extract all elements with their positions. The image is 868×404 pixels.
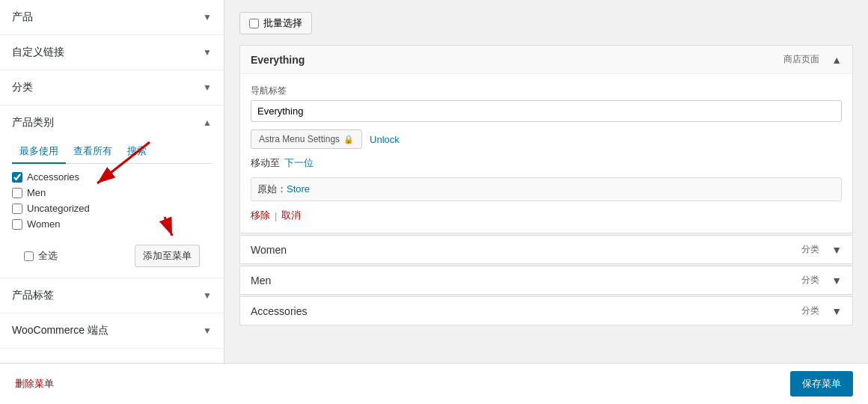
sidebar-section-woocommerce: WooCommerce 端点 ▼: [0, 313, 224, 349]
menu-card-everything-toggle[interactable]: ▲: [831, 54, 842, 66]
menu-card-accessories-title: Accessories: [251, 305, 307, 317]
save-menu-button[interactable]: 保存菜单: [790, 371, 853, 397]
select-all-label: 全选: [38, 249, 58, 263]
women-label: Women: [27, 218, 61, 230]
list-item[interactable]: Accessories: [12, 171, 212, 183]
chevron-down-icon: ▼: [203, 290, 212, 301]
sidebar: 产品 ▼ 自定义链接 ▼ 分类 ▼ 产品类别 ▲: [0, 0, 224, 404]
delete-menu-link[interactable]: 删除菜单: [15, 377, 54, 391]
select-all-checkbox[interactable]: 全选: [24, 249, 58, 263]
sidebar-section-woocommerce-label: WooCommerce 端点: [12, 324, 109, 337]
men-label: Men: [27, 187, 46, 198]
menu-card-everything: Everything 商店页面 ▲ 导航标签 Astra Menu Settin…: [239, 45, 853, 233]
sidebar-section-custom-links: 自定义链接 ▼: [0, 35, 224, 70]
bulk-select-label: 批量选择: [263, 16, 302, 30]
move-next-link[interactable]: 下一位: [284, 156, 314, 170]
sidebar-section-product-categories-header[interactable]: 产品类别 ▲: [0, 105, 224, 140]
tab-view-all[interactable]: 查看所有: [66, 140, 120, 164]
menu-card-men-title: Men: [251, 275, 271, 287]
origin-link[interactable]: Store: [287, 183, 310, 195]
nav-label-field-label: 导航标签: [251, 85, 842, 97]
menu-card-men: Men 分类 ▼: [239, 266, 853, 295]
astra-menu-row: Astra Menu Settings 🔒 Unlock: [251, 129, 842, 149]
menu-card-men-toggle[interactable]: ▼: [831, 275, 842, 287]
accessories-checkbox[interactable]: [12, 172, 22, 183]
origin-label: 原始：: [257, 183, 287, 195]
select-all-input[interactable]: [24, 251, 34, 261]
right-group: 分类 ▼: [801, 274, 842, 287]
menu-card-accessories-header: Accessories 分类 ▼: [240, 297, 852, 325]
astra-menu-settings-button[interactable]: Astra Menu Settings 🔒: [251, 129, 362, 149]
sidebar-section-products-header[interactable]: 产品 ▼: [0, 0, 224, 34]
menu-card-everything-title: Everything: [251, 54, 305, 66]
menu-card-women-header: Women 分类 ▼: [240, 236, 852, 263]
list-item[interactable]: Women: [12, 218, 212, 230]
separator: |: [275, 210, 277, 221]
bottom-bar: 删除菜单 保存菜单: [0, 363, 868, 404]
menu-card-accessories-tag: 分类: [801, 304, 819, 317]
menu-card-men-tag: 分类: [801, 274, 819, 287]
unlock-link[interactable]: Unlock: [370, 134, 400, 145]
move-label: 移动至: [251, 156, 280, 170]
tab-most-used[interactable]: 最多使用: [12, 140, 66, 164]
sidebar-section-product-tags: 产品标签 ▼: [0, 278, 224, 313]
menu-card-everything-header: Everything 商店页面 ▲: [240, 46, 852, 74]
add-to-menu-button[interactable]: 添加至菜单: [135, 245, 200, 267]
bulk-select-row: 批量选择: [239, 12, 853, 34]
cancel-link[interactable]: 取消: [281, 209, 301, 222]
tab-row: 最多使用 查看所有 搜索: [12, 140, 212, 164]
bulk-select-checkbox[interactable]: [249, 19, 259, 28]
tab-search[interactable]: 搜索: [120, 140, 154, 164]
right-group: 分类 ▼: [801, 304, 842, 317]
chevron-up-icon: ▲: [203, 117, 212, 128]
chevron-down-icon: ▼: [203, 12, 212, 22]
right-group: 分类 ▼: [801, 243, 842, 256]
bulk-select-button[interactable]: 批量选择: [239, 12, 312, 34]
astra-button-label: Astra Menu Settings: [259, 134, 340, 144]
list-item[interactable]: Uncategorized: [12, 203, 212, 214]
origin-row: 原始：Store: [251, 177, 842, 201]
menu-card-women-title: Women: [251, 244, 287, 256]
main-content: 批量选择 Everything 商店页面 ▲ 导航标签 Astra Menu S…: [224, 0, 868, 404]
category-checkbox-list: Accessories Men Uncategorized Women: [12, 171, 212, 230]
list-item[interactable]: Men: [12, 187, 212, 198]
app-layout: 产品 ▼ 自定义链接 ▼ 分类 ▼ 产品类别 ▲: [0, 0, 868, 404]
origin-box: 原始：Store: [251, 177, 842, 201]
menu-card-accessories: Accessories 分类 ▼: [239, 296, 853, 325]
lock-icon: 🔒: [343, 135, 354, 144]
chevron-down-icon: ▼: [203, 82, 212, 93]
menu-card-everything-tag: 商店页面: [783, 53, 819, 66]
uncategorized-label: Uncategorized: [27, 203, 90, 214]
sidebar-section-product-categories-content: 最多使用 查看所有 搜索 Accessories Men Unc: [0, 140, 224, 278]
menu-card-women: Women 分类 ▼: [239, 235, 853, 264]
menu-card-accessories-toggle[interactable]: ▼: [831, 305, 842, 317]
sidebar-section-product-categories: 产品类别 ▲ 最多使用 查看所有 搜索 Accessories Men: [0, 105, 224, 278]
accessories-label: Accessories: [27, 171, 79, 183]
menu-card-everything-body: 导航标签 Astra Menu Settings 🔒 Unlock 移动至 下一…: [240, 74, 852, 233]
right-group: 商店页面 ▲: [783, 53, 842, 66]
sidebar-footer: 全选 添加至菜单: [12, 237, 212, 267]
chevron-down-icon: ▼: [203, 47, 212, 58]
menu-card-women-tag: 分类: [801, 243, 819, 256]
sidebar-section-woocommerce-header[interactable]: WooCommerce 端点 ▼: [0, 313, 224, 348]
sidebar-section-product-tags-header[interactable]: 产品标签 ▼: [0, 278, 224, 313]
sidebar-section-custom-links-header[interactable]: 自定义链接 ▼: [0, 35, 224, 70]
nav-label-input[interactable]: [251, 100, 842, 122]
sidebar-section-categories-label: 分类: [12, 81, 33, 94]
menu-card-men-header: Men 分类 ▼: [240, 266, 852, 294]
women-checkbox[interactable]: [12, 219, 22, 230]
sidebar-section-categories: 分类 ▼: [0, 70, 224, 105]
sidebar-section-custom-links-label: 自定义链接: [12, 46, 64, 59]
sidebar-section-products: 产品 ▼: [0, 0, 224, 35]
remove-link[interactable]: 移除: [251, 209, 270, 222]
action-row: 移除 | 取消: [251, 209, 842, 222]
sidebar-section-product-categories-label: 产品类别: [12, 116, 54, 129]
move-row: 移动至 下一位: [251, 156, 842, 170]
men-checkbox[interactable]: [12, 188, 22, 198]
sidebar-section-product-tags-label: 产品标签: [12, 289, 54, 302]
chevron-down-icon: ▼: [203, 325, 212, 336]
sidebar-section-categories-header[interactable]: 分类 ▼: [0, 70, 224, 105]
uncategorized-checkbox[interactable]: [12, 203, 22, 214]
menu-card-women-toggle[interactable]: ▼: [831, 244, 842, 256]
sidebar-section-products-label: 产品: [12, 10, 33, 24]
